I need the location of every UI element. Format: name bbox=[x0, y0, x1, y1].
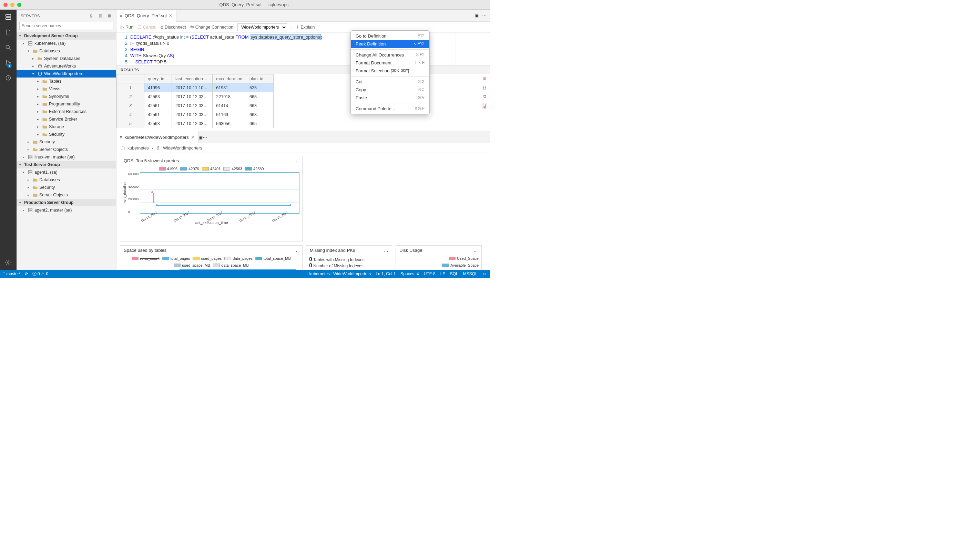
tree-node[interactable]: ▸Security bbox=[16, 138, 116, 146]
widget-more-icon[interactable]: … bbox=[473, 248, 478, 253]
legend-item[interactable]: 42580 bbox=[245, 167, 264, 171]
code-editor[interactable]: 12345 DECLARE @qds_status int = (SELECT … bbox=[117, 33, 490, 66]
run-button[interactable]: ▷ Run bbox=[120, 24, 133, 30]
disconnect-button[interactable]: ⌀ Disconnect bbox=[160, 24, 186, 30]
column-header[interactable]: plan_id bbox=[246, 74, 274, 83]
tree-node[interactable]: ▸AdventureWorks bbox=[16, 63, 116, 70]
table-row[interactable]: 2425632017-10-12 03…221918665 bbox=[117, 92, 274, 101]
tree-node[interactable]: ▾WideWorldImporters bbox=[16, 70, 116, 77]
sync-status[interactable]: ⟳ bbox=[25, 271, 28, 276]
breadcrumb-db[interactable]: WideWorldImporters bbox=[163, 146, 202, 151]
breadcrumb-server[interactable]: kubernetes bbox=[127, 146, 149, 151]
close-dashboard-tab-icon[interactable]: ✕ bbox=[191, 135, 195, 140]
legend-item[interactable]: total_space_MB bbox=[255, 256, 291, 260]
tree-node[interactable]: ▸Programmability bbox=[16, 100, 116, 108]
minimap[interactable] bbox=[456, 33, 490, 66]
tree-node[interactable]: ▸Tables bbox=[16, 77, 116, 85]
context-menu-item[interactable]: Go to DefinitionF12 bbox=[351, 32, 429, 40]
search-view-icon[interactable] bbox=[4, 43, 13, 52]
context-menu-item[interactable]: Format Selection [⌘K ⌘F] bbox=[351, 67, 429, 75]
chart-icon[interactable]: 📊 bbox=[482, 103, 487, 109]
split-editor-icon[interactable]: ▣ bbox=[475, 13, 479, 18]
save-excel-icon[interactable]: ⧉ bbox=[483, 94, 486, 99]
server-group-header[interactable]: ▾Development Server Group bbox=[16, 32, 116, 40]
server-tree[interactable]: ▾Development Server Group▾kubernetes, (s… bbox=[16, 32, 116, 270]
column-header[interactable]: last_execution… bbox=[172, 74, 213, 83]
selected-token[interactable]: sys.database_query_store_options bbox=[250, 34, 321, 40]
tree-node[interactable]: ▸System Databases bbox=[16, 55, 116, 63]
legend-item[interactable]: 42563 bbox=[223, 167, 242, 171]
close-window-button[interactable] bbox=[3, 3, 8, 7]
show-connections-icon[interactable]: ▦ bbox=[106, 13, 112, 19]
indent-status[interactable]: Spaces: 4 bbox=[400, 271, 419, 276]
legend-item[interactable]: rows_count bbox=[132, 256, 159, 260]
server-search-input[interactable] bbox=[19, 22, 113, 30]
tree-node[interactable]: ▸External Resources bbox=[16, 108, 116, 115]
problems-status[interactable]: ⓧ 0 ⚠ 0 bbox=[32, 271, 48, 277]
minimize-window-button[interactable] bbox=[10, 3, 14, 7]
tree-node[interactable]: ▾Databases bbox=[16, 47, 116, 55]
language-status[interactable]: SQL bbox=[450, 271, 458, 276]
table-row[interactable]: 5425632017-10-12 03…563056665 bbox=[117, 119, 274, 128]
legend-item[interactable]: 42076 bbox=[180, 167, 199, 171]
context-menu-item[interactable]: Paste⌘V bbox=[351, 94, 429, 102]
save-csv-icon[interactable]: 🗎 bbox=[483, 76, 487, 81]
table-row[interactable]: 1419962017-10-11 10:…61931525 bbox=[117, 83, 274, 92]
git-branch-status[interactable]: ᛘ master* bbox=[3, 271, 21, 276]
server-group-header[interactable]: ▾Production Server Group bbox=[16, 199, 116, 206]
servers-view-icon[interactable] bbox=[4, 13, 13, 21]
explorer-view-icon[interactable] bbox=[4, 28, 13, 37]
context-menu-item[interactable]: Command Palette...⇧⌘P bbox=[351, 105, 429, 113]
source-control-icon[interactable]: 1 bbox=[4, 59, 13, 67]
change-connection-button[interactable]: ⇆ Change Connection bbox=[190, 24, 234, 30]
legend-item[interactable]: 41996 bbox=[159, 167, 178, 171]
editor-tab-sql[interactable]: ≡ QDS_Query_Perf.sql ✕ bbox=[117, 10, 176, 22]
table-row[interactable]: 4425612017-10-12 03…51169663 bbox=[117, 110, 274, 119]
cancel-button[interactable]: ☐ Cancel bbox=[138, 24, 156, 30]
tree-node[interactable]: ▸Server Objects bbox=[16, 191, 116, 199]
close-tab-icon[interactable]: ✕ bbox=[169, 13, 173, 18]
more-actions-icon[interactable]: ⋯ bbox=[203, 135, 207, 140]
table-row[interactable]: 3425612017-10-12 03…61414663 bbox=[117, 101, 274, 110]
settings-gear-icon[interactable] bbox=[4, 258, 13, 267]
split-editor-icon[interactable]: ▣ bbox=[199, 135, 203, 140]
tree-node[interactable]: ▾agent1, (sa) bbox=[16, 168, 116, 176]
legend-item[interactable]: used_space_MB bbox=[174, 263, 210, 267]
column-header[interactable]: max_duration bbox=[213, 74, 246, 83]
provider-status[interactable]: MSSQL bbox=[463, 271, 478, 276]
connection-status[interactable]: kubernetes : WideWorldImporters bbox=[310, 271, 371, 276]
explain-button[interactable]: ᚼ Explain bbox=[296, 25, 314, 30]
feedback-icon[interactable]: ☺ bbox=[483, 271, 486, 276]
tree-node[interactable]: ▸Storage bbox=[16, 123, 116, 131]
results-grid[interactable]: query_idlast_execution…max_durationplan_… bbox=[117, 74, 274, 128]
context-menu-item[interactable]: Cut⌘X bbox=[351, 78, 429, 86]
tree-node[interactable]: ▸Synonyms bbox=[16, 93, 116, 100]
tree-node[interactable]: ▸Views bbox=[16, 85, 116, 93]
eol-status[interactable]: LF bbox=[440, 271, 445, 276]
tree-node[interactable]: ▸Server Objects bbox=[16, 146, 116, 153]
editor-context-menu[interactable]: Go to DefinitionF12Peek Definition⌥F12Ch… bbox=[350, 30, 430, 114]
more-actions-icon[interactable]: ⋯ bbox=[482, 13, 486, 18]
legend-item[interactable]: 42401 bbox=[202, 167, 221, 171]
widget-more-icon[interactable]: … bbox=[294, 158, 299, 163]
database-picker[interactable]: WideWorldImporters bbox=[237, 23, 287, 31]
server-group-header[interactable]: ▾Test Server Group bbox=[16, 161, 116, 168]
new-server-group-icon[interactable]: ▥ bbox=[98, 13, 103, 19]
history-view-icon[interactable] bbox=[4, 74, 13, 82]
tree-node[interactable]: ▸Security bbox=[16, 184, 116, 191]
tree-node[interactable]: ▸Databases bbox=[16, 176, 116, 184]
legend-item[interactable]: data_space_MB bbox=[213, 263, 249, 267]
context-menu-item[interactable]: Change All Occurrences⌘F2 bbox=[351, 51, 429, 59]
column-header[interactable]: query_id bbox=[144, 74, 172, 83]
context-menu-item[interactable]: Copy⌘C bbox=[351, 86, 429, 94]
save-json-icon[interactable]: {} bbox=[483, 85, 486, 90]
tree-node[interactable]: ▸linux-vm, master (sa) bbox=[16, 153, 116, 161]
legend-item[interactable]: data_pages bbox=[225, 256, 253, 260]
tree-node[interactable]: ▾kubernetes, (sa) bbox=[16, 40, 116, 47]
legend-item[interactable]: total_pages bbox=[162, 256, 190, 260]
widget-more-icon[interactable]: … bbox=[294, 248, 299, 253]
legend-item[interactable]: Available_Space bbox=[442, 263, 479, 267]
context-menu-item[interactable]: Format Document⇧⌥F bbox=[351, 59, 429, 67]
tree-node[interactable]: ▸agent2, master (sa) bbox=[16, 206, 116, 214]
tree-node[interactable]: ▸Service Broker bbox=[16, 115, 116, 123]
